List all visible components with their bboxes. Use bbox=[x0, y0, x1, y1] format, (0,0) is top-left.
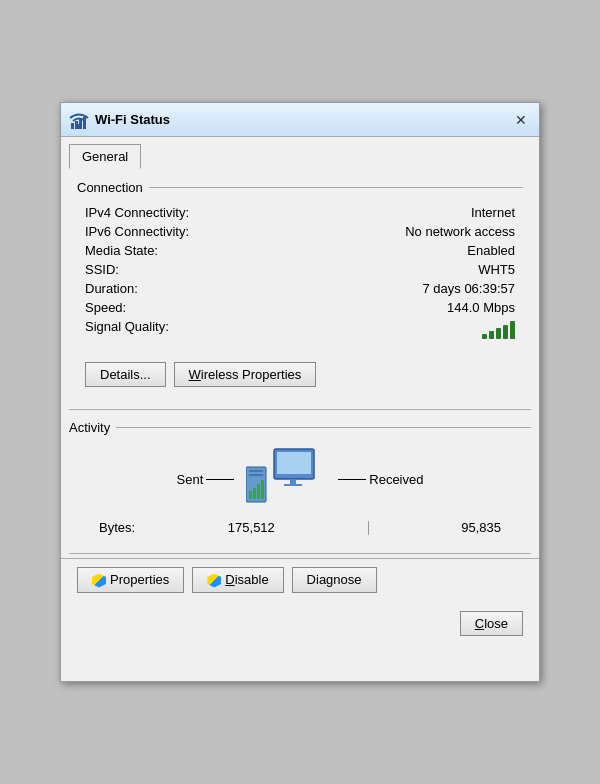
title-bar: Wi-Fi Status ✕ bbox=[61, 103, 539, 137]
duration-value: 7 days 06:39:57 bbox=[422, 281, 515, 296]
activity-section: Activity Sent bbox=[61, 414, 539, 549]
wifi-icon bbox=[69, 111, 89, 129]
received-line: Received bbox=[338, 472, 423, 487]
diagnose-button[interactable]: Diagnose bbox=[292, 567, 377, 593]
table-row: SSID: WHT5 bbox=[85, 260, 515, 279]
sent-line: Sent bbox=[177, 472, 235, 487]
table-row: IPv4 Connectivity: Internet bbox=[85, 203, 515, 222]
network-computer-icon bbox=[246, 447, 326, 512]
window-title: Wi-Fi Status bbox=[95, 112, 511, 127]
signal-quality-value bbox=[482, 319, 515, 342]
svg-rect-15 bbox=[257, 484, 260, 499]
table-row: Signal Quality: bbox=[85, 317, 515, 344]
tab-general[interactable]: General bbox=[69, 144, 141, 169]
bottom-buttons: Properties Disable Diagnose bbox=[61, 558, 539, 605]
bytes-label: Bytes: bbox=[99, 520, 135, 535]
sent-dash bbox=[206, 479, 234, 480]
computer-svg bbox=[246, 447, 326, 512]
close-button[interactable]: Close bbox=[460, 611, 523, 636]
svg-rect-8 bbox=[290, 479, 296, 484]
bar3 bbox=[496, 328, 501, 339]
svg-rect-11 bbox=[249, 470, 263, 472]
svg-rect-5 bbox=[83, 117, 86, 129]
footer-row: Close bbox=[61, 605, 539, 648]
bar5 bbox=[510, 321, 515, 339]
signal-bars-icon bbox=[482, 319, 515, 339]
table-row: Media State: Enabled bbox=[85, 241, 515, 260]
bottom-divider bbox=[69, 553, 531, 554]
bytes-sent: 175,512 bbox=[228, 520, 275, 535]
svg-rect-12 bbox=[249, 474, 263, 476]
disable-button[interactable]: Disable bbox=[192, 567, 283, 593]
details-button[interactable]: Details... bbox=[85, 362, 166, 387]
connection-section-label: Connection bbox=[77, 180, 523, 195]
svg-rect-14 bbox=[253, 488, 256, 499]
svg-rect-9 bbox=[284, 484, 302, 486]
media-state-label: Media State: bbox=[85, 243, 158, 258]
duration-label: Duration: bbox=[85, 281, 138, 296]
properties-button[interactable]: Properties bbox=[77, 567, 184, 593]
activity-section-label: Activity bbox=[69, 420, 531, 435]
svg-rect-13 bbox=[249, 491, 252, 499]
wifi-status-window: Wi-Fi Status ✕ General Connection IPv4 C… bbox=[60, 102, 540, 682]
received-label: Received bbox=[369, 472, 423, 487]
svg-rect-4 bbox=[79, 119, 82, 129]
close-window-button[interactable]: ✕ bbox=[511, 110, 531, 130]
bar4 bbox=[503, 325, 508, 339]
speed-value: 144.0 Mbps bbox=[447, 300, 515, 315]
close-underline: C bbox=[475, 616, 484, 631]
activity-visual: Sent bbox=[69, 439, 531, 516]
bytes-row: Bytes: 175,512 95,835 bbox=[69, 516, 531, 543]
ipv4-label: IPv4 Connectivity: bbox=[85, 205, 189, 220]
svg-rect-2 bbox=[71, 123, 74, 129]
svg-rect-7 bbox=[277, 452, 311, 474]
bytes-received: 95,835 bbox=[461, 520, 501, 535]
ssid-value: WHT5 bbox=[478, 262, 515, 277]
table-row: Duration: 7 days 06:39:57 bbox=[85, 279, 515, 298]
connection-info-table: IPv4 Connectivity: Internet IPv6 Connect… bbox=[77, 199, 523, 354]
ipv6-label: IPv6 Connectivity: bbox=[85, 224, 189, 239]
media-state-value: Enabled bbox=[467, 243, 515, 258]
table-row: IPv6 Connectivity: No network access bbox=[85, 222, 515, 241]
signal-quality-label: Signal Quality: bbox=[85, 319, 169, 342]
wireless-properties-button[interactable]: Wireless Properties bbox=[174, 362, 317, 387]
table-row: Speed: 144.0 Mbps bbox=[85, 298, 515, 317]
sent-label: Sent bbox=[177, 472, 204, 487]
tab-bar: General bbox=[61, 137, 539, 168]
ssid-label: SSID: bbox=[85, 262, 119, 277]
ipv6-value: No network access bbox=[405, 224, 515, 239]
bar2 bbox=[489, 331, 494, 339]
received-dash bbox=[338, 479, 366, 480]
connection-buttons: Details... Wireless Properties bbox=[77, 354, 523, 393]
bar1 bbox=[482, 334, 487, 339]
speed-label: Speed: bbox=[85, 300, 126, 315]
bytes-separator bbox=[368, 521, 369, 535]
section-divider bbox=[69, 409, 531, 410]
svg-rect-16 bbox=[261, 480, 264, 499]
ipv4-value: Internet bbox=[471, 205, 515, 220]
close-label: lose bbox=[484, 616, 508, 631]
svg-rect-3 bbox=[75, 121, 78, 129]
content-area: Connection IPv4 Connectivity: Internet I… bbox=[61, 168, 539, 405]
